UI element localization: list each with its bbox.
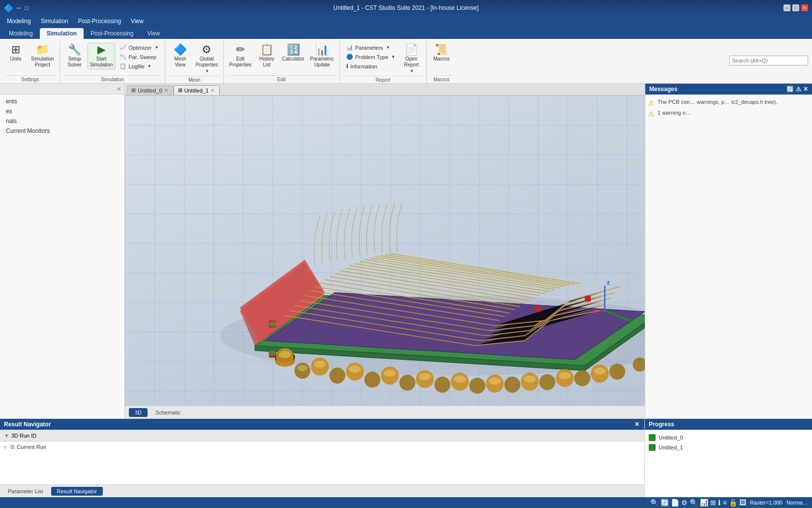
parameters-button[interactable]: 📊 Parameters▼ <box>343 43 399 52</box>
global-properties-button[interactable]: ⚙ GlobalProperties▼ <box>193 43 220 75</box>
menu-simulation[interactable]: Simulation <box>36 17 73 26</box>
doc-tab-untitled0[interactable]: ⊞ Untitled_0 ✕ <box>127 85 174 95</box>
optimizer-label: Optimizer <box>128 45 151 51</box>
edit-group-label: Edit <box>227 75 336 83</box>
parametric-update-button[interactable]: 📊 ParametricUpdate <box>308 43 336 69</box>
result-navigator-header: Result Navigator ✕ <box>0 419 644 430</box>
maximize-button[interactable]: □ <box>792 4 799 11</box>
search-input[interactable] <box>729 56 808 65</box>
open-report-button[interactable]: 📄 OpenReport▼ <box>400 43 423 75</box>
problem-type-button[interactable]: 🔵 Problem Type▼ <box>343 52 399 62</box>
result-navigator-content: ≡ 0: Current Run <box>0 442 644 484</box>
svg-point-39 <box>419 373 431 380</box>
tree-item-es[interactable]: es <box>2 106 122 116</box>
close-button[interactable]: ✕ <box>801 4 808 11</box>
report-group-label: Report <box>343 76 423 84</box>
edit-properties-button[interactable]: ✏ EditProperties <box>227 43 254 69</box>
status-icon-chart[interactable]: 📊 <box>700 499 708 507</box>
doc-tab-untitled1[interactable]: ⊞ Untitled_1 ✕ <box>174 85 220 95</box>
view-tab-schematic[interactable]: Schematic <box>150 408 186 417</box>
parameter-list-tab[interactable]: Parameter List <box>2 487 49 496</box>
system-menu-icon[interactable]: ─ <box>17 4 21 11</box>
optimizer-button[interactable]: 📈 Optimizer▼ <box>116 43 162 52</box>
rn-row-0[interactable]: ≡ 0: Current Run <box>0 443 644 451</box>
calculator-button[interactable]: 🔢 Calculator <box>280 43 307 64</box>
ribbon-group-report-items: 📊 Parameters▼ 🔵 Problem Type▼ ℹ Informat… <box>343 41 423 75</box>
simulation-small-buttons: 📈 Optimizer▼ 📉 Par. Sweep 📋 Logfile▼ <box>116 43 162 71</box>
svg-point-49 <box>594 368 605 375</box>
par-sweep-button[interactable]: 📉 Par. Sweep <box>116 52 162 62</box>
messages-warn-icon[interactable]: ⚠ <box>796 86 801 93</box>
message-item-0: ⚠ The PCB con… warnings, p… ic2_decaps.h… <box>648 97 809 108</box>
start-simulation-label: StartSimulation <box>90 56 113 68</box>
normal-label: Norma… <box>786 500 808 506</box>
view-tab-3d[interactable]: 3D <box>129 408 148 417</box>
logfile-icon: 📋 <box>120 63 126 69</box>
status-icon-lock[interactable]: 🔒 <box>729 499 737 507</box>
status-icon-refresh[interactable]: 🔄 <box>661 499 669 507</box>
status-icon-zoom-in[interactable]: 🔍 <box>690 499 698 507</box>
minimize-icon[interactable]: □ <box>25 4 29 11</box>
par-sweep-icon: 📉 <box>120 54 126 60</box>
viewport-area: ⊞ Untitled_0 ✕ ⊞ Untitled_1 ✕ <box>125 84 645 418</box>
messages-panel-header: Messages 🔄 ⚠ ✕ <box>645 84 812 95</box>
ribbon-group-macros: 📜 Macros Macros <box>428 41 456 83</box>
simulation-project-icon: 📁 <box>36 44 49 55</box>
open-report-label: OpenReport <box>404 56 419 68</box>
menu-modeling[interactable]: Modeling <box>2 17 36 26</box>
calculator-icon: 🔢 <box>287 44 300 55</box>
svg-line-27 <box>390 254 580 284</box>
parameters-label: Parameters <box>355 45 383 51</box>
left-panel-close[interactable]: ✕ <box>116 86 122 93</box>
raster-label: Raster=1.000 <box>750 500 782 506</box>
status-icon-layers[interactable]: 📄 <box>671 499 679 507</box>
title-bar: 🔷 ─ □ Untitled_1 - CST Studio Suite 2021… <box>0 0 812 16</box>
svg-point-45 <box>524 376 536 382</box>
warning-icon-0: ⚠ <box>648 99 655 107</box>
minimize-button[interactable]: ─ <box>783 4 790 11</box>
tree-item-ents[interactable]: ents <box>2 96 122 106</box>
history-list-icon: 📋 <box>260 44 273 55</box>
tab-post-processing[interactable]: Post-Processing <box>84 28 140 39</box>
result-navigator-close[interactable]: ✕ <box>633 421 640 428</box>
status-icon-list[interactable]: ≡ <box>722 499 726 507</box>
ribbon-group-simulation: 🔧 SetupSolver ▶ StartSimulation 📈 Optimi… <box>61 41 166 83</box>
svg-point-35 <box>349 366 361 373</box>
status-icon-zoom-out[interactable]: 🔍 <box>650 499 659 507</box>
start-simulation-button[interactable]: ▶ StartSimulation <box>88 43 116 69</box>
units-button[interactable]: ⊞ Units <box>4 43 28 64</box>
svg-point-33 <box>314 361 326 368</box>
tree-item-current-monitors[interactable]: Current Monitors <box>2 126 122 136</box>
macros-button[interactable]: 📜 Macros <box>430 43 453 64</box>
status-icon-settings[interactable]: ⚙ <box>681 499 688 507</box>
svg-point-54 <box>399 375 416 391</box>
status-icon-grid[interactable]: ⊞ <box>710 499 716 507</box>
doc-tab1-label: Untitled_1 <box>184 88 209 94</box>
ribbon-group-edit: ✏ EditProperties 📋 HistoryList 🔢 Calcula… <box>225 41 340 83</box>
messages-refresh-icon[interactable]: 🔄 <box>786 86 794 93</box>
tab-simulation[interactable]: Simulation <box>40 28 84 39</box>
progress-title: Progress <box>649 421 674 428</box>
menu-post-processing[interactable]: Post-Processing <box>73 17 126 26</box>
tree-item-nals[interactable]: nals <box>2 116 122 126</box>
bottom-tabs: Parameter List Result Navigator <box>0 484 644 497</box>
status-icon-info[interactable]: ℹ <box>718 499 721 507</box>
doc-tab1-close[interactable]: ✕ <box>211 88 214 93</box>
optimizer-icon: 📈 <box>120 44 126 51</box>
result-navigator-tab[interactable]: Result Navigator <box>51 487 103 496</box>
ribbon-tabs: Modeling Simulation Post-Processing View <box>0 27 812 39</box>
tab-modeling[interactable]: Modeling <box>2 28 40 39</box>
information-button[interactable]: ℹ Information <box>343 62 399 71</box>
simulation-project-button[interactable]: 📁 SimulationProject <box>29 43 57 69</box>
doc-tab0-close[interactable]: ✕ <box>164 88 168 93</box>
history-list-button[interactable]: 📋 HistoryList <box>255 43 279 69</box>
tab-view[interactable]: View <box>140 28 167 39</box>
edit-properties-icon: ✏ <box>236 44 245 55</box>
status-icon-image[interactable]: 🖼 <box>739 499 746 507</box>
mesh-group-label: Mesh <box>168 76 220 84</box>
mesh-view-button[interactable]: 🔷 MeshView <box>168 43 192 69</box>
setup-solver-button[interactable]: 🔧 SetupSolver <box>63 43 87 69</box>
3d-viewport[interactable]: y x z <box>125 95 645 406</box>
menu-view[interactable]: View <box>126 17 149 26</box>
logfile-button[interactable]: 📋 Logfile▼ <box>116 62 162 71</box>
